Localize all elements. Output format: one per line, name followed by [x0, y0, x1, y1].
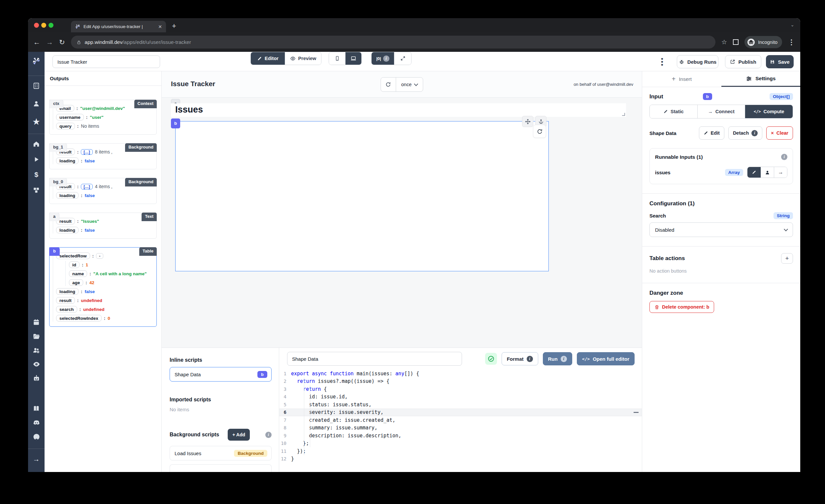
forward-icon[interactable]: →	[46, 38, 53, 46]
tab-insert[interactable]: + Insert	[642, 71, 722, 87]
tab-search-chevron-icon[interactable]: ⌄	[791, 22, 794, 27]
tab-preview[interactable]: Preview	[285, 52, 321, 65]
output-key-chip[interactable]: loading	[56, 227, 79, 233]
output-key-chip[interactable]: search	[56, 306, 77, 312]
run-button[interactable]: Run i	[543, 352, 572, 365]
mobile-view-button[interactable]	[329, 52, 345, 65]
code-line[interactable]: 11 });	[279, 447, 642, 455]
zoom-window-button[interactable]	[49, 23, 54, 28]
output-key-chip[interactable]: loading	[56, 157, 79, 164]
groups-users-icon[interactable]	[28, 347, 45, 355]
windmill-logo-icon[interactable]	[28, 57, 45, 67]
runs-play-icon[interactable]	[28, 156, 45, 164]
output-collapse-chip[interactable]: [...]	[81, 184, 93, 190]
favorites-star-icon[interactable]: ★	[28, 117, 45, 126]
output-collapse-chip[interactable]: [...]	[81, 149, 93, 155]
output-key-chip[interactable]: query	[56, 123, 75, 129]
component-b-table[interactable]: b	[175, 121, 549, 271]
more-menu-icon[interactable]: •••	[661, 57, 663, 66]
output-card-id[interactable]: b	[49, 247, 60, 256]
discord-icon[interactable]	[28, 419, 45, 428]
output-card-id[interactable]: a	[49, 213, 59, 221]
output-card-id[interactable]: ctx	[49, 100, 63, 108]
refresh-app-button[interactable]	[381, 78, 396, 91]
output-key-chip[interactable]: name	[69, 270, 87, 277]
folders-icon[interactable]	[28, 333, 45, 341]
component-a-textbox[interactable]: Issues	[171, 103, 626, 117]
background-script-item[interactable]: Load IssuesBackground	[170, 446, 272, 460]
tab-settings[interactable]: Settings	[722, 71, 801, 87]
delete-component-button[interactable]: Delete component: b	[650, 301, 714, 313]
refresh-mode-select[interactable]: once	[396, 78, 423, 91]
inline-script-item[interactable]: Shape Datab	[170, 367, 272, 381]
browser-tab[interactable]: Edit App u/user/issue-tracker | ✕	[71, 21, 166, 32]
fullscreen-button[interactable]	[394, 52, 411, 65]
output-key-chip[interactable]: selectedRowIndex	[56, 315, 102, 321]
app-name-input[interactable]	[53, 56, 160, 68]
close-window-button[interactable]	[34, 23, 39, 28]
output-key-chip[interactable]: selectedRow	[56, 253, 90, 259]
code-line[interactable]: 12}	[279, 455, 642, 463]
code-line[interactable]: 10 };	[279, 440, 642, 447]
user-icon[interactable]	[28, 100, 45, 109]
reload-icon[interactable]: ↻	[59, 38, 65, 46]
new-tab-button[interactable]: +	[172, 21, 176, 31]
resize-handle-icon[interactable]	[622, 113, 625, 116]
output-key-chip[interactable]: age	[69, 279, 83, 286]
desktop-view-button[interactable]	[345, 52, 361, 65]
code-line[interactable]: 7 created_at: issue.created_at,	[279, 416, 642, 424]
hide-schema-button[interactable]: |0| i	[372, 52, 394, 65]
side-panel-icon[interactable]	[733, 39, 739, 45]
debug-runs-button[interactable]: Debug Runs	[677, 55, 719, 68]
workers-robot-icon[interactable]	[28, 375, 45, 383]
output-collapse-chip[interactable]: -	[96, 253, 103, 259]
component-b-chip[interactable]: b	[171, 119, 180, 128]
code-line[interactable]: 1export async function main(issues: any[…	[279, 370, 642, 378]
workspace-building-icon[interactable]	[28, 82, 45, 91]
code-line[interactable]: 8 summary: issue.summary,	[279, 424, 642, 432]
publish-button[interactable]: Publish	[725, 55, 761, 68]
detach-script-button[interactable]: Detach i	[728, 126, 762, 140]
back-icon[interactable]: ←	[33, 38, 40, 46]
app-canvas[interactable]: a Issues b	[162, 98, 642, 348]
compute-mode-button[interactable]: </> Compute	[745, 105, 793, 118]
script-name-input[interactable]	[287, 352, 462, 366]
minimize-window-button[interactable]	[41, 23, 46, 28]
code-line[interactable]: 3 return {	[279, 385, 642, 393]
address-bar[interactable]: app.windmill.dev/apps/edit/u/user/issue-…	[71, 35, 716, 49]
browser-menu-icon[interactable]: ⋮	[788, 38, 795, 46]
open-full-editor-button[interactable]: </> Open full editor	[577, 352, 634, 365]
code-line[interactable]: 4 id: issue.id,	[279, 393, 642, 401]
add-table-action-button[interactable]: +	[781, 253, 793, 264]
expand-sidebar-arrow-icon[interactable]: →	[28, 455, 45, 463]
move-handle-icon[interactable]	[522, 116, 533, 127]
code-line[interactable]: 5 status: issue.status,	[279, 401, 642, 409]
static-edit-button[interactable]	[747, 167, 761, 177]
add-background-script-button[interactable]: + Add	[228, 429, 250, 441]
connect-output-button[interactable]: →	[774, 167, 787, 177]
user-input-button[interactable]	[761, 167, 774, 177]
code-line[interactable]: 9 description: issue.description,	[279, 432, 642, 440]
variables-dollar-icon[interactable]: $	[28, 171, 45, 178]
refresh-component-button[interactable]	[533, 125, 546, 138]
output-key-chip[interactable]: result	[56, 297, 75, 304]
static-mode-button[interactable]: Static	[650, 105, 697, 118]
code-editor[interactable]: 1export async function main(issues: any[…	[279, 370, 642, 472]
format-button[interactable]: Format i	[502, 352, 538, 365]
tab-editor[interactable]: Editor	[251, 52, 285, 65]
search-select[interactable]: Disabled	[650, 222, 793, 237]
resources-cubes-icon[interactable]	[28, 187, 45, 195]
code-line[interactable]: 2 return issues?.map((issue) => {	[279, 378, 642, 385]
edit-script-button[interactable]: Edit	[699, 126, 724, 140]
bookmark-star-icon[interactable]: ☆	[722, 38, 727, 46]
audit-eye-icon[interactable]	[28, 360, 45, 369]
output-key-chip[interactable]: username	[56, 114, 84, 121]
schedules-calendar-icon[interactable]	[28, 318, 45, 327]
output-key-chip[interactable]: loading	[56, 192, 79, 199]
output-card-id[interactable]: bg_0	[49, 178, 67, 187]
github-icon[interactable]	[28, 433, 45, 442]
output-card-id[interactable]: bg_1	[49, 143, 67, 152]
output-key-chip[interactable]: loading	[56, 288, 79, 295]
home-icon[interactable]	[28, 140, 45, 149]
docs-book-icon[interactable]	[28, 405, 45, 414]
